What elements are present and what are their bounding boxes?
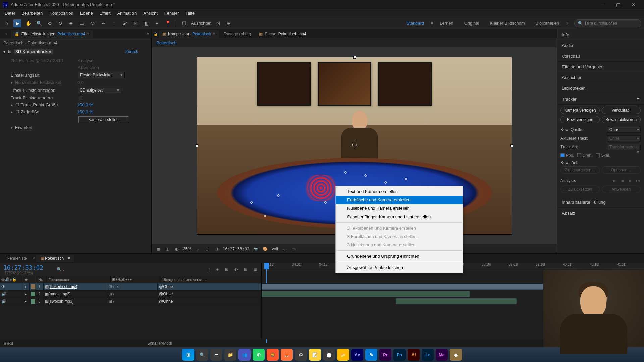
- pickwhip-icon[interactable]: @: [159, 284, 163, 289]
- ctx-farbflaeche-kamera[interactable]: Farbfläche und Kamera erstellen: [336, 196, 463, 204]
- anchor-tool-icon[interactable]: ⊕: [67, 19, 75, 27]
- tl-icon-4[interactable]: ◐: [233, 267, 239, 272]
- menu-fenster[interactable]: Fenster: [161, 10, 182, 16]
- bew-quelle-dropdown[interactable]: Ohne: [607, 127, 641, 133]
- text-tool-icon[interactable]: T: [110, 19, 118, 27]
- tl-icon-5[interactable]: ⊟: [243, 267, 249, 272]
- app-icon[interactable]: ⚙: [295, 349, 307, 361]
- resolution-dropdown[interactable]: Voll: [272, 247, 278, 251]
- comp-breadcrumb[interactable]: Pokertisch: [152, 38, 557, 47]
- panel-absatz[interactable]: Absatz: [557, 208, 644, 218]
- premiere-icon[interactable]: Pr: [379, 349, 391, 361]
- selection-tool-icon[interactable]: ▶: [13, 19, 21, 27]
- panel-inhaltsbasierte[interactable]: Inhaltsbasierte Füllung: [557, 197, 644, 208]
- ctx-punkte-loeschen[interactable]: Ausgewählte Punkte löschen: [336, 263, 463, 272]
- pos-checkbox[interactable]: [560, 153, 565, 157]
- speaker-icon[interactable]: 🔊: [1, 299, 6, 304]
- tab-composition[interactable]: ▦ Komposition Pokertisch ≡: [159, 30, 219, 38]
- panel-ausrichten[interactable]: Ausrichten: [557, 72, 644, 83]
- anchor-point-icon[interactable]: [352, 143, 357, 147]
- layer-name[interactable]: [Pokertisch.mp4]: [49, 284, 78, 289]
- taskview-icon[interactable]: ▭: [210, 349, 222, 361]
- workspace-lernen[interactable]: Lernen: [436, 21, 457, 26]
- home-icon[interactable]: ⌂: [3, 19, 11, 27]
- panel-menu-icon[interactable]: ≡: [637, 97, 639, 102]
- help-search-input[interactable]: 🔍 Hilfe durchsuchen: [574, 19, 641, 27]
- color-icon[interactable]: 🎨: [262, 247, 268, 251]
- rect-tool-icon[interactable]: ▭: [78, 19, 86, 27]
- transform-handle[interactable]: [196, 144, 198, 147]
- photoshop-icon[interactable]: Ps: [393, 349, 406, 361]
- layer-name[interactable]: [swoosh.mp3]: [49, 299, 73, 304]
- tab-menu-icon[interactable]: ≡: [87, 32, 90, 36]
- ctx-schattenfaenger[interactable]: Schattenfänger, Kamera und Licht erstell…: [336, 213, 463, 221]
- visibility-icon[interactable]: 👁: [1, 278, 5, 282]
- tp-groesse-val[interactable]: 100,0 %: [77, 102, 93, 107]
- layer-bar[interactable]: [396, 298, 517, 304]
- skal-checkbox[interactable]: [596, 153, 600, 157]
- stopwatch-icon[interactable]: ⏱: [15, 102, 19, 107]
- menu-effekt[interactable]: Effekt: [96, 10, 114, 16]
- camera-icon[interactable]: 📷: [253, 247, 259, 251]
- expand-icon[interactable]: ▸: [25, 299, 27, 304]
- menu-animation[interactable]: Animation: [114, 10, 140, 16]
- tab-layer[interactable]: ▦ Ebene Pokertisch.mp4: [256, 30, 309, 38]
- pen-tool-icon[interactable]: ✒: [99, 19, 107, 27]
- viewer-lock-icon[interactable]: 🔒: [154, 32, 158, 36]
- search-taskbar-icon[interactable]: 🔍: [196, 349, 208, 361]
- guides-icon[interactable]: ⊡: [213, 247, 219, 251]
- expand-icon[interactable]: ▸: [25, 284, 27, 289]
- layer-color-icon[interactable]: [31, 284, 35, 289]
- layer-row[interactable]: 👁 ▸ 1 ▦ [Pokertisch.mp4] ⊞ / fx @ Ohne: [0, 283, 261, 290]
- pickwhip-icon[interactable]: @: [159, 292, 163, 296]
- workspace-menu-icon[interactable]: ≡: [431, 21, 433, 26]
- zoom-dropdown-icon[interactable]: ⌄: [195, 247, 201, 251]
- app3-icon[interactable]: ◆: [450, 349, 462, 361]
- kamera-erstellen-button[interactable]: Kamera erstellen: [78, 116, 128, 123]
- obs-icon[interactable]: ⬤: [323, 349, 335, 361]
- solo-icon[interactable]: ●: [10, 278, 12, 282]
- expand-icon[interactable]: ▾: [3, 49, 5, 54]
- parent-dropdown[interactable]: Ohne: [163, 292, 197, 296]
- tl-icon-1[interactable]: ⬚: [205, 267, 211, 272]
- tl-icon-2[interactable]: ◈: [214, 267, 220, 272]
- workspace-standard[interactable]: Standard: [402, 21, 428, 26]
- folder-icon[interactable]: 📂: [337, 349, 349, 361]
- tab-renderliste[interactable]: Renderliste: [3, 255, 31, 262]
- ctx-text-kamera[interactable]: Text und Kamera erstellen: [336, 187, 463, 196]
- orbit-tool-icon[interactable]: ⟲: [46, 19, 54, 27]
- menu-datei[interactable]: Datei: [1, 10, 18, 16]
- fx-enable-icon[interactable]: fx: [8, 50, 11, 54]
- verkr-stab-button[interactable]: Verkr.stab.: [602, 107, 641, 114]
- magnify-icon[interactable]: ▦: [155, 247, 161, 251]
- panel-bibliotheken[interactable]: Bibliotheken: [557, 83, 644, 94]
- brave-icon[interactable]: 🦁: [267, 349, 279, 361]
- panel-overflow-icon[interactable]: »: [147, 32, 149, 36]
- after-effects-icon[interactable]: Ae: [351, 349, 363, 361]
- parent-dropdown[interactable]: Ohne: [163, 299, 197, 304]
- frame-blend-icon[interactable]: ◈: [7, 341, 10, 346]
- speaker-icon[interactable]: 🔊: [1, 292, 6, 296]
- erweitert-label[interactable]: Erweitert: [15, 125, 82, 130]
- audio-icon[interactable]: 🔊: [5, 277, 10, 282]
- bew-stabilisieren-button[interactable]: Bew. stabilisieren: [602, 116, 641, 123]
- parent-dropdown[interactable]: Ohne: [163, 284, 197, 289]
- workspace-original[interactable]: Original: [460, 21, 483, 26]
- panel-effekte[interactable]: Effekte und Vorgaben: [557, 62, 644, 72]
- menu-ebene[interactable]: Ebene: [77, 10, 96, 16]
- hand-tool-icon[interactable]: ✋: [24, 19, 32, 27]
- tab-footage[interactable]: Footage (ohne): [220, 30, 254, 38]
- whatsapp-icon[interactable]: ✆: [253, 349, 265, 361]
- lightroom-icon[interactable]: Lr: [422, 349, 434, 361]
- eraser-tool-icon[interactable]: ◧: [142, 19, 150, 27]
- timeline-timecode[interactable]: 16:27:33:02: [3, 264, 43, 271]
- firefox-icon[interactable]: 🦊: [281, 349, 293, 361]
- transform-handle[interactable]: [510, 144, 513, 147]
- zielgroesse-val[interactable]: 100,0 %: [77, 109, 93, 114]
- tab-timeline-comp[interactable]: ▦ Pokertisch ≡: [36, 255, 74, 262]
- motion-blur-icon[interactable]: ⊡: [10, 341, 13, 346]
- tl-icon-3[interactable]: ⊞: [224, 267, 230, 272]
- explorer-icon[interactable]: 📁: [224, 349, 236, 361]
- lock-col-icon[interactable]: 🔒: [12, 277, 17, 282]
- stopwatch-icon-2[interactable]: ⏱: [15, 109, 19, 114]
